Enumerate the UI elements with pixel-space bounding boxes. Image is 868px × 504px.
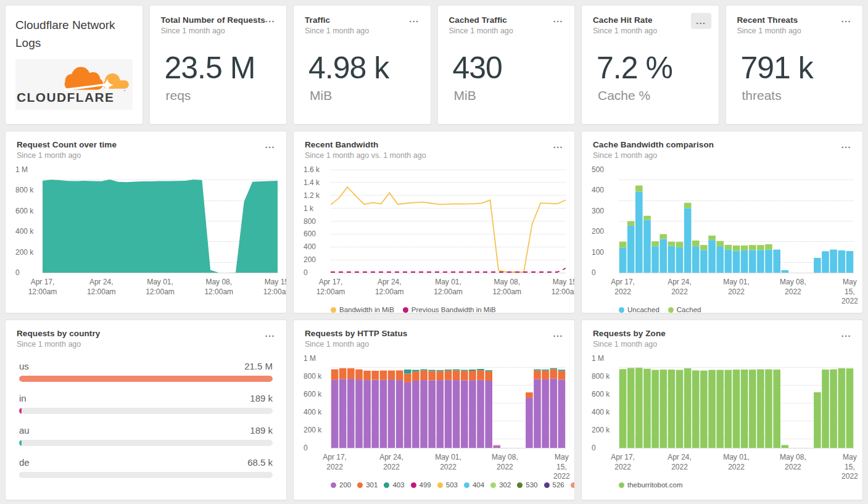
bar-segment: [830, 370, 837, 448]
x-tick-label: Apr 24, 2022: [668, 453, 692, 472]
series-canvas: [331, 358, 566, 448]
legend-item[interactable]: 499: [411, 481, 431, 489]
line-series: [331, 187, 566, 272]
requests-by-country-chart[interactable]: us21.5 Min189 kau189 kde68.5 k: [14, 361, 278, 478]
x-tick-label: May 15, 12:00am: [552, 278, 575, 297]
country-value: 189 k: [250, 425, 273, 436]
legend-label: Uncached: [627, 306, 659, 313]
series-canvas: [331, 170, 566, 273]
requests-by-zone-chart[interactable]: 0200 k400 k600 k800 k1 MApr 17, 2022Apr …: [590, 358, 854, 474]
panel-menu-icon[interactable]: ...: [550, 328, 567, 340]
request-count-chart[interactable]: 0200 k400 k600 k800 k1 MApr 17, 12:00amA…: [14, 170, 278, 299]
bar-segment: [708, 236, 716, 240]
legend-item[interactable]: 524: [571, 481, 575, 489]
panel-menu-icon[interactable]: ...: [405, 13, 423, 25]
stat-value: 7.2 %: [597, 50, 708, 86]
bar-segment: [627, 368, 635, 448]
stat-unit: MiB: [310, 88, 420, 103]
legend-item[interactable]: 301: [357, 481, 378, 489]
panel-title: Requests by HTTP Status: [302, 329, 566, 338]
stat-unit: Cache %: [598, 88, 708, 103]
legend-item[interactable]: 403: [384, 481, 404, 489]
x-tick-label: May 08, 12:00am: [492, 278, 521, 297]
panel-menu-icon[interactable]: ...: [262, 13, 279, 25]
y-tick-label: 0: [304, 444, 308, 452]
cache-bandwidth-chart[interactable]: 0100200300400500Apr 17, 2022Apr 24, 2022…: [590, 170, 854, 299]
bar-segment: [526, 392, 533, 398]
legend-label: 404: [473, 481, 484, 489]
bar-segment: [708, 370, 716, 448]
bar-segment: [676, 370, 684, 448]
panel-cache-bandwidth: Cache Bandwidth comparison Since 1 month…: [581, 131, 863, 313]
bar-segment: [692, 241, 700, 246]
legend-item[interactable]: theburritobot.com: [619, 481, 683, 489]
legend-item[interactable]: Previous Bandwidth in MiB: [403, 306, 496, 313]
bar-segment: [708, 240, 716, 273]
panel-menu-icon[interactable]: ...: [550, 139, 567, 151]
panel-menu-icon[interactable]: ...: [838, 139, 855, 151]
bar-segment: [692, 246, 700, 273]
svg-text:': ': [124, 89, 125, 95]
panel-menu-icon[interactable]: ...: [838, 13, 855, 25]
requests-by-http-status-chart[interactable]: 0200 k400 k600 k800 k1 MApr 17, 2022Apr …: [302, 358, 566, 474]
legend-dot-icon: [619, 307, 624, 313]
bar-segment: [757, 250, 764, 273]
bar-segment: [765, 244, 772, 250]
panel-requests-by-zone: Requests by Zone Since 1 month ago ... 0…: [581, 320, 863, 500]
recent-bandwidth-chart[interactable]: 02004006008001 k1.2 k1.4 k1.6 kApr 17, 1…: [302, 170, 566, 299]
cloudflare-logo: CLOUDFLARE ': [15, 59, 133, 110]
bar-segment: [725, 249, 732, 273]
legend-item[interactable]: 503: [437, 481, 458, 489]
bar-segment: [404, 370, 411, 373]
bar-segment: [558, 370, 566, 371]
legend-item[interactable]: Bandwidth in MiB: [331, 306, 394, 313]
x-tick-label: Apr 17, 12:00am: [28, 278, 57, 297]
bar-segment: [749, 370, 756, 448]
stat-title: Recent Threats: [737, 15, 852, 25]
legend-item[interactable]: 404: [464, 481, 484, 489]
legend-item[interactable]: Uncached: [619, 306, 659, 313]
legend-label: theburritobot.com: [627, 481, 683, 489]
bar-segment: [420, 370, 428, 380]
y-tick-label: 800 k: [304, 372, 321, 381]
panel-menu-icon[interactable]: ...: [262, 328, 279, 340]
plot-area: [331, 170, 566, 273]
y-tick-label: 300: [592, 207, 604, 215]
legend-item[interactable]: 530: [517, 481, 537, 489]
stat-value: 430: [453, 50, 564, 86]
bar-segment: [733, 251, 740, 273]
chart-legend: 200301403499503404302530526524: [331, 481, 566, 489]
y-tick-label: 200 k: [592, 426, 610, 434]
bar-segment: [635, 186, 643, 192]
bar-segment: [445, 371, 452, 380]
plot-area: [619, 170, 854, 273]
bar-segment: [347, 368, 355, 379]
bar-segment: [339, 368, 347, 379]
bar-segment: [627, 221, 635, 226]
y-tick-label: 500: [592, 165, 604, 174]
panel-menu-icon[interactable]: ...: [691, 13, 711, 29]
bar-segment: [733, 370, 740, 448]
legend-item[interactable]: 200: [331, 481, 351, 489]
bar-segment: [339, 379, 347, 448]
bar-segment: [550, 368, 558, 370]
x-tick-label: May 01, 12:00am: [146, 278, 175, 297]
legend-item[interactable]: 526: [544, 481, 564, 489]
legend-item[interactable]: Cached: [668, 306, 701, 313]
bar-segment: [412, 371, 420, 381]
y-tick-label: 0: [592, 268, 596, 277]
panel-menu-icon[interactable]: ...: [262, 139, 279, 151]
legend-item[interactable]: 302: [490, 481, 511, 489]
bar-segment: [773, 370, 780, 448]
bar-segment: [659, 239, 667, 273]
y-tick-label: 1 k: [304, 204, 313, 213]
country-row: us21.5 M: [19, 361, 273, 382]
panel-menu-icon[interactable]: ...: [838, 328, 855, 340]
panel-menu-icon[interactable]: ...: [550, 13, 567, 25]
stat-title: Total Number of Requests: [161, 15, 276, 25]
series-canvas: [619, 170, 854, 273]
bar-segment: [477, 370, 484, 380]
legend-label: 302: [499, 481, 511, 489]
y-tick-label: 400: [592, 186, 604, 194]
series-canvas: [619, 358, 854, 448]
